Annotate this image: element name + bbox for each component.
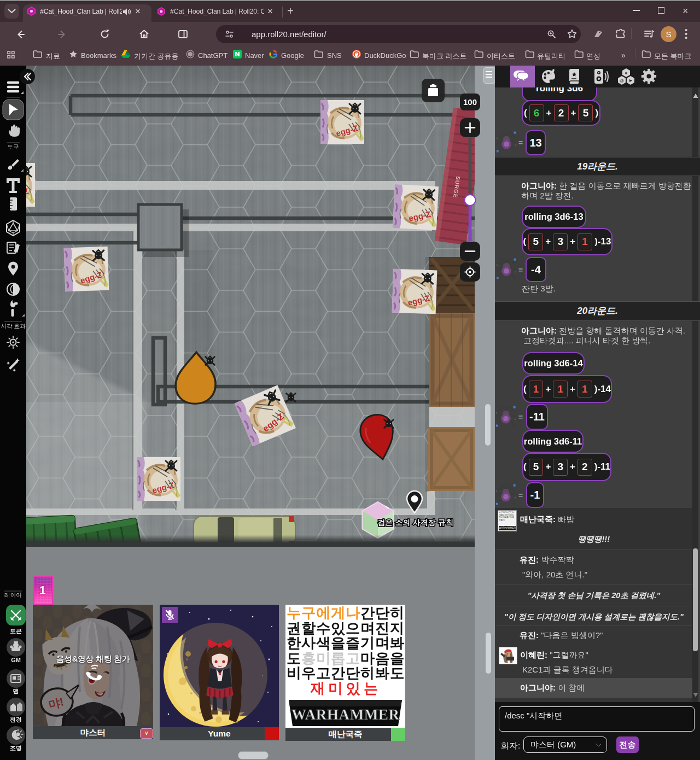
- svg-text:@: @: [620, 78, 624, 83]
- svg-text:토큰: 토큰: [10, 628, 22, 634]
- svg-text:도구: 도구: [8, 143, 19, 150]
- svg-text:#: #: [625, 71, 628, 75]
- svg-text:전경: 전경: [10, 716, 22, 723]
- svg-text:GM: GM: [11, 657, 21, 663]
- svg-text:음성&영상 채팅 참가: 음성&영상 채팅 참가: [56, 654, 130, 663]
- svg-text:100: 100: [463, 97, 477, 107]
- svg-text:레이어: 레이어: [4, 592, 22, 598]
- svg-text:검은 소의 사격장 규칙: 검은 소의 사격장 규칙: [378, 518, 454, 527]
- svg-text:맵: 맵: [13, 688, 19, 694]
- svg-text:WARHAMMER: WARHAMMER: [291, 706, 400, 723]
- svg-text:시각 효과: 시각 효과: [1, 323, 26, 329]
- svg-text:조명: 조명: [10, 745, 22, 751]
